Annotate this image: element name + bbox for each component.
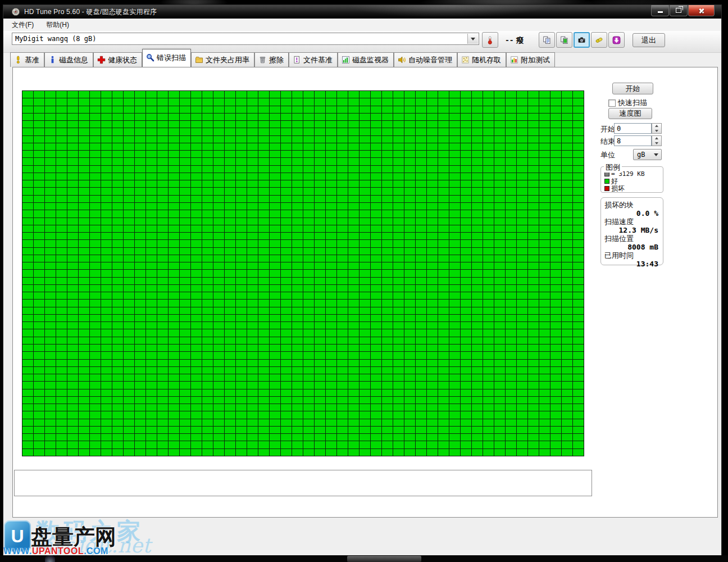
scan-block [169,434,179,441]
scan-block [45,360,56,366]
scan-block [528,434,539,441]
scan-block [101,300,112,306]
tab-disk-info[interactable]: 磁盘信息 [44,52,93,67]
tab-disk-monitor[interactable]: 磁盘监视器 [338,52,394,67]
scan-block [135,434,145,441]
scan-block [281,278,292,284]
tab-benchmark[interactable]: 基准 [10,52,44,67]
tab-erase[interactable]: 擦除 [254,52,289,67]
copy-text-button[interactable] [539,32,555,48]
restore-button[interactable] [670,5,688,16]
start-position-stepper[interactable] [652,123,662,134]
copy-image-button[interactable] [556,32,572,48]
scan-block [326,173,336,180]
quick-scan-checkbox[interactable] [608,99,616,107]
scan-block [528,360,539,366]
start-position-input[interactable] [614,123,652,134]
scan-block [371,360,381,366]
scan-block [202,196,213,202]
taskbar-window-button[interactable] [347,556,421,562]
close-button[interactable] [688,5,715,16]
scan-block [169,166,179,173]
scan-block [22,151,33,157]
scan-block [213,128,224,135]
scan-block [371,300,381,306]
scan-block [517,389,527,396]
tab-auto-acoustic[interactable]: 自动噪音管理 [394,52,457,67]
minimize-button[interactable] [651,5,669,16]
scan-block [236,389,247,396]
scan-block [247,255,258,262]
scan-block [427,270,438,277]
scan-block [213,389,224,396]
scan-block [213,360,224,366]
unit-dropdown[interactable]: gB [633,149,662,160]
scan-block [303,240,314,247]
titlebar[interactable]: HD Tune Pro 5.60 - 硬盘/固态硬盘实用程序 [3,5,721,19]
scan-block [22,121,33,128]
scan-block [135,91,145,98]
scan-block [337,419,348,426]
scan-block [258,225,269,232]
scan-block [550,248,561,255]
scan-block [157,352,168,359]
tab-health[interactable]: 健康状态 [93,52,142,67]
aam-hands-button[interactable] [591,32,607,48]
screenshot-button[interactable] [574,32,590,48]
tab-folder-usage[interactable]: 文件夹占用率 [191,52,254,67]
drive-selector[interactable]: MyDigit wangq (8 gB) [12,33,479,45]
menu-item-file[interactable]: 文件(F) [7,19,39,31]
end-position-stepper[interactable] [652,135,662,146]
exit-button[interactable]: 退出 [633,33,665,47]
taskbar[interactable] [0,555,728,562]
scan-block [517,166,527,173]
temperature-button[interactable] [482,32,498,48]
scan-block [382,345,393,351]
scan-block [202,91,213,98]
scan-block [157,173,168,180]
scan-block [247,300,258,306]
scan-block [112,225,123,232]
menu-item-help[interactable]: 帮助(H) [41,19,74,31]
scan-block [45,352,56,359]
scan-block [258,315,269,321]
scan-block [517,352,527,359]
scan-block [472,345,483,351]
tab-extra-tests[interactable]: 附加测试 [506,52,555,67]
scan-block [506,210,516,217]
tab-error-scan[interactable]: 错误扫描 [142,49,191,67]
scan-block [281,114,292,120]
scan-block [404,427,415,433]
scan-block [169,337,179,344]
scan-block [438,151,449,157]
scan-block [438,411,449,418]
scan-block [56,98,67,105]
tab-file-benchmark[interactable]: 文件基准 [289,52,338,67]
scan-block [270,300,280,306]
scan-block [416,307,426,314]
tab-random-access[interactable]: 随机存取 [457,52,506,67]
speed-map-button[interactable]: 速度图 [608,108,652,119]
scan-block [303,292,314,299]
chevron-down-icon[interactable] [467,34,478,44]
scan-block [258,345,269,351]
scan-block [67,188,78,194]
scan-block [315,315,325,321]
end-position-input[interactable] [614,135,652,146]
scan-block [427,106,438,113]
scan-block [67,255,78,262]
scan-block [517,98,527,105]
scan-block [360,434,370,441]
scan-block [562,292,572,299]
scan-block [427,292,438,299]
start-scan-button[interactable]: 开始 [612,83,653,94]
start-orb-icon[interactable] [45,555,55,562]
scan-block [404,292,415,299]
scan-block [247,106,258,113]
scan-block [247,188,258,194]
scan-block [326,166,336,173]
save-results-button[interactable] [608,32,625,48]
scan-block [517,404,527,411]
scan-block [539,106,550,113]
scan-block [449,411,460,418]
